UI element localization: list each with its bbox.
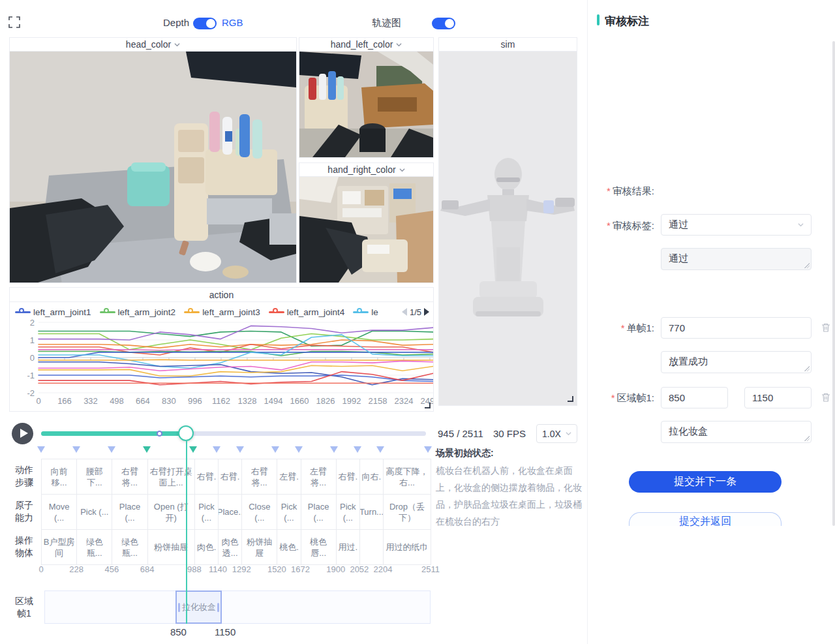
timeline-cell-object[interactable]: 粉饼抽屉 bbox=[147, 529, 195, 565]
timeline-cell-skill[interactable]: Drop（丢下） bbox=[383, 494, 431, 530]
review-tag-select[interactable]: 通过 bbox=[661, 214, 812, 236]
legend-item-left_arm_joint4[interactable]: left_arm_joint4 bbox=[269, 307, 345, 317]
timeline-axis-tick: 1520 bbox=[267, 564, 286, 574]
resize-grip-icon[interactable] bbox=[804, 263, 810, 268]
timeline-cell-object[interactable]: 用过. bbox=[336, 529, 360, 565]
timeline-cell-object[interactable]: B户型房间 bbox=[41, 529, 77, 565]
trajectory-toggle[interactable] bbox=[432, 18, 455, 29]
depth-rgb-toggle[interactable] bbox=[193, 18, 217, 29]
single-frame-label: *单帧1: bbox=[588, 322, 654, 335]
legend-item-left_arm_joint1[interactable]: left_arm_joint1 bbox=[15, 307, 91, 317]
region-end-input[interactable]: 1150 bbox=[744, 387, 812, 408]
legend-label: left_arm_joint4 bbox=[287, 307, 345, 317]
timeline-cell-object[interactable]: 绿色瓶... bbox=[112, 529, 147, 565]
hand-right-camera-image bbox=[299, 177, 433, 283]
timeline-cell-skill[interactable]: Place (... bbox=[301, 494, 337, 530]
resize-grip-icon[interactable] bbox=[804, 436, 810, 441]
timeline-cell-skill[interactable]: Pick (... bbox=[336, 494, 360, 530]
timeline-cell-step[interactable]: 向右. bbox=[359, 459, 384, 495]
timeline-cell-skill[interactable]: Move (... bbox=[41, 494, 77, 530]
segment-marker[interactable] bbox=[37, 446, 45, 453]
timeline-cell-object[interactable]: 桃色唇... bbox=[301, 529, 337, 565]
timeline-axis-tick: 2052 bbox=[350, 564, 369, 574]
timeline-cell-step[interactable]: 左臂. bbox=[277, 459, 301, 495]
segment-marker[interactable] bbox=[354, 446, 361, 453]
legend-next-icon[interactable] bbox=[424, 308, 429, 316]
segment-marker[interactable] bbox=[108, 446, 115, 453]
single-frame-input[interactable]: 770 bbox=[661, 317, 812, 339]
segment-marker[interactable] bbox=[143, 446, 151, 453]
review-tag-note[interactable]: 通过 bbox=[661, 248, 812, 270]
timeline-cell-skill[interactable]: Turn... bbox=[359, 494, 384, 530]
timeline-cell-object[interactable]: 肉色. bbox=[194, 529, 219, 565]
segment-marker[interactable] bbox=[189, 446, 197, 453]
panel-scrollbar[interactable] bbox=[832, 41, 835, 526]
resize-corner-icon[interactable] bbox=[568, 396, 573, 402]
segment-marker[interactable] bbox=[213, 446, 220, 453]
hand-right-camera-selector[interactable]: hand_right_color bbox=[299, 163, 433, 177]
timeline-cell-object[interactable]: 绿色瓶... bbox=[76, 529, 112, 565]
x-axis-tick: 1826 bbox=[316, 396, 335, 406]
resize-grip-icon[interactable] bbox=[804, 366, 810, 371]
timeline-cell-skill[interactable]: Pick (... bbox=[76, 494, 112, 530]
submit-back-button[interactable]: 提交并返回 bbox=[629, 512, 782, 526]
playback-slider[interactable] bbox=[41, 431, 426, 436]
timeline-cell-step[interactable]: 右臂将... bbox=[112, 459, 147, 495]
chart-plot-area[interactable]: 210-1-2016633249866483099611621328149416… bbox=[10, 319, 434, 412]
timeline-cell-step[interactable]: 右臂. bbox=[336, 459, 360, 495]
timeline-cell-skill[interactable]: Pick (... bbox=[277, 494, 301, 530]
hand-right-camera-title: hand_right_color bbox=[327, 164, 395, 175]
timeline-cell-object[interactable] bbox=[359, 529, 384, 565]
segment-marker[interactable] bbox=[424, 446, 432, 453]
slider-handle[interactable] bbox=[178, 425, 194, 441]
timeline-cell-object[interactable]: 用过的纸巾 bbox=[383, 529, 431, 565]
timeline-axis-tick: 684 bbox=[140, 564, 155, 574]
segment-marker[interactable] bbox=[72, 446, 80, 453]
timeline-cell-skill[interactable]: Open (打开) bbox=[147, 494, 195, 530]
timeline-cell-object[interactable]: 肉色透... bbox=[218, 529, 242, 565]
toggle-knob bbox=[206, 19, 215, 28]
segment-marker[interactable] bbox=[271, 446, 279, 453]
timeline-cell-step[interactable]: 右臂. bbox=[218, 459, 242, 495]
region-frame-track[interactable]: 拉化妆盒 bbox=[44, 590, 431, 624]
timeline-cell-skill[interactable]: Pick (... bbox=[194, 494, 219, 530]
timeline-cell-step[interactable]: 右臂将... bbox=[241, 459, 277, 495]
timeline-cell-object[interactable]: 粉饼抽屉 bbox=[241, 529, 277, 565]
single-frame-dot[interactable] bbox=[157, 431, 162, 437]
segment-marker[interactable] bbox=[236, 446, 244, 453]
timeline-cell-skill[interactable]: Place.. bbox=[218, 494, 242, 530]
legend-item-left_arm_joint2[interactable]: left_arm_joint2 bbox=[100, 307, 176, 317]
legend-item-left_arm_joint3[interactable]: left_arm_joint3 bbox=[184, 307, 260, 317]
region-frame-desc[interactable]: 拉化妆盒 bbox=[661, 421, 812, 443]
delete-single-frame-icon[interactable] bbox=[821, 322, 831, 333]
chevron-down-icon bbox=[174, 42, 180, 48]
fullscreen-icon[interactable] bbox=[8, 16, 20, 28]
delete-region-frame-icon[interactable] bbox=[821, 392, 831, 403]
resize-corner-icon[interactable] bbox=[425, 403, 431, 408]
segment-marker[interactable] bbox=[295, 446, 303, 453]
head-camera-selector[interactable]: head_color bbox=[10, 38, 296, 52]
single-frame-desc[interactable]: 放置成功 bbox=[661, 351, 812, 373]
region-selection-box[interactable]: 拉化妆盒 bbox=[175, 590, 222, 624]
timeline-cell-step[interactable]: 右臂打开桌面上... bbox=[147, 459, 195, 495]
y-axis-tick: -1 bbox=[18, 371, 35, 380]
timeline-cell-object[interactable]: 桃色. bbox=[277, 529, 301, 565]
region-right-handle[interactable] bbox=[217, 603, 219, 612]
timeline-cell-step[interactable]: 向前移... bbox=[41, 459, 77, 495]
segment-marker[interactable] bbox=[376, 446, 384, 453]
timeline-cell-step[interactable]: 左臂将... bbox=[301, 459, 337, 495]
play-button[interactable] bbox=[12, 423, 33, 444]
segment-marker[interactable] bbox=[330, 446, 338, 453]
hand-left-camera-selector[interactable]: hand_left_color bbox=[299, 38, 433, 52]
timeline-cell-skill[interactable]: Place (... bbox=[112, 494, 147, 530]
legend-item-le[interactable]: le bbox=[353, 307, 378, 317]
region-start-input[interactable]: 850 bbox=[661, 387, 728, 408]
timeline-cell-step[interactable]: 右臂. bbox=[194, 459, 219, 495]
legend-prev-icon[interactable] bbox=[402, 308, 407, 316]
region-left-handle[interactable] bbox=[178, 603, 180, 612]
timeline-cell-step[interactable]: 高度下降，右... bbox=[383, 459, 431, 495]
submit-next-button[interactable]: 提交并下一条 bbox=[629, 471, 782, 493]
timeline-cell-skill[interactable]: Close (... bbox=[241, 494, 277, 530]
timeline-cell-step[interactable]: 腰部下... bbox=[76, 459, 112, 495]
speed-select[interactable]: 1.0X bbox=[536, 424, 577, 443]
